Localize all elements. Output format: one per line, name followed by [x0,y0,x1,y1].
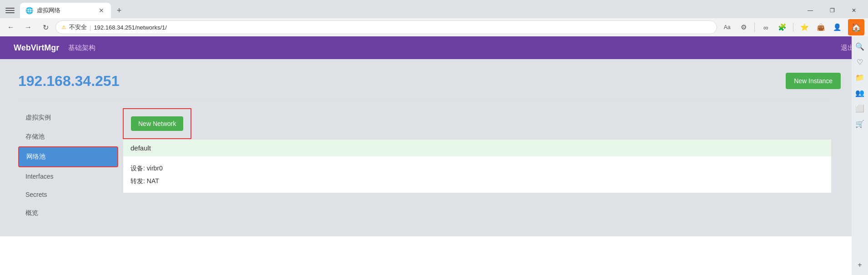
divider-1 [754,23,755,32]
search-sidebar-icon[interactable]: 🔍 [853,39,867,54]
sidebar-item-secrets[interactable]: Secrets [18,185,118,204]
address-bar[interactable]: ⚠ 不安全 | 192.168.34.251/networks/1/ [55,20,717,34]
infinity-icon[interactable]: ∞ [758,20,773,35]
forward-value: NAT [147,177,159,185]
app-title: WebVirtMgr [14,43,59,53]
tab-favicon: 🌐 [25,7,33,14]
refresh-button[interactable]: ↻ [38,20,53,35]
forward-button[interactable]: → [21,20,35,35]
svg-rect-0 [5,8,15,9]
profile-icon[interactable]: 👤 [830,20,844,35]
content-layout: 虚拟实例 存储池 网络池 Interfaces Secrets 概览 New N… [18,108,832,223]
active-tab[interactable]: 🌐 虚拟网络 ✕ [20,3,111,18]
favorites-icon[interactable]: ⭐ [797,20,812,35]
content-divider [18,99,832,99]
new-instance-button[interactable]: New Instance [786,73,841,89]
sidebar-item-interfaces[interactable]: Interfaces [18,167,118,185]
edge-brand-icon[interactable]: 🏠 [848,19,864,35]
network-item-default: default 设备: virbr0 转发: NAT [123,139,832,193]
url-separator: | [90,24,91,31]
app-header: WebVirtMgr 基础架构 退出 [0,36,868,59]
wallet-icon[interactable]: 👜 [813,20,828,35]
browser-settings-icon[interactable]: ⚙ [736,20,751,35]
network-item-name[interactable]: default [123,140,831,156]
page-ip-address: 192.168.34.251 [18,73,832,90]
network-item-details: 设备: virbr0 转发: NAT [123,156,831,193]
network-device-row: 设备: virbr0 [130,162,824,175]
svg-rect-2 [5,12,15,13]
forward-label: 转发: [130,177,145,185]
app-nav-infrastructure[interactable]: 基础架构 [68,44,95,52]
sidebar-item-vm[interactable]: 虚拟实例 [18,108,118,127]
new-tab-button[interactable]: + [113,4,125,17]
svg-rect-1 [5,10,15,11]
tab-close-button[interactable]: ✕ [97,6,105,15]
tab-title: 虚拟网络 [37,6,60,15]
divider-2 [793,23,793,32]
new-network-area: New Network [123,108,191,139]
device-label: 设备: [130,165,145,172]
reader-view-icon[interactable]: Aa [720,20,734,35]
device-value: virbr0 [147,165,163,172]
sidebar-item-overview[interactable]: 概览 [18,204,118,223]
restore-button[interactable]: ❐ [822,4,843,17]
close-button[interactable]: ✕ [843,4,864,17]
add-sidebar-icon[interactable]: + [853,258,867,272]
main-content: 192.168.34.251 New Instance 虚拟实例 存储池 网络池… [0,59,868,236]
extension-icon[interactable]: 🧩 [775,20,789,35]
sidebar-item-network[interactable]: 网络池 [18,146,118,167]
back-button[interactable]: ← [4,20,18,35]
minimize-button[interactable]: — [800,4,821,17]
browser-menu-icon[interactable] [2,2,18,19]
network-panel: New Network default 设备: virbr0 转发: NAT [123,108,832,223]
sidebar-navigation: 虚拟实例 存储池 网络池 Interfaces Secrets 概览 [18,108,118,223]
new-network-button[interactable]: New Network [131,116,183,131]
sidebar-item-storage[interactable]: 存储池 [18,127,118,146]
security-warning-text: 不安全 [69,23,87,31]
network-forward-row: 转发: NAT [130,175,824,187]
security-warning-icon: ⚠ [61,24,66,30]
url-text: 192.168.34.251/networks/1/ [94,24,166,31]
